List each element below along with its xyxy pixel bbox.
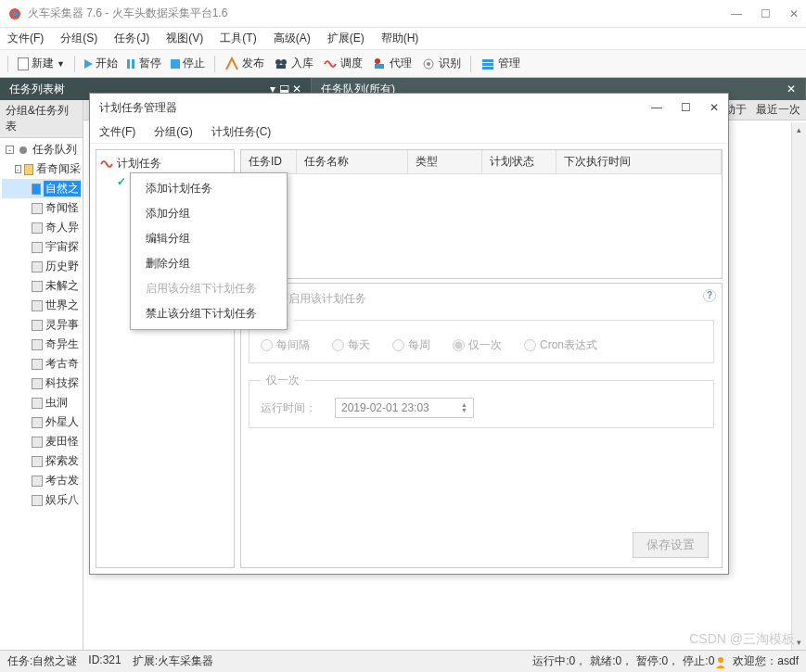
ctx-add-group[interactable]: 添加分组: [131, 201, 287, 226]
tree-item[interactable]: 考古发: [2, 471, 81, 490]
tb-start[interactable]: 开始: [81, 54, 122, 73]
menu-group[interactable]: 分组(S): [60, 31, 97, 46]
radio-weekly[interactable]: 每周: [392, 337, 430, 353]
file-icon: [32, 359, 43, 370]
grid-col-type[interactable]: 类型: [408, 150, 482, 173]
spinner-icon[interactable]: ▲▼: [461, 402, 467, 413]
status-paused: 暂停:0，: [636, 653, 679, 669]
tb-schedule[interactable]: 调度: [319, 54, 366, 73]
tree-root[interactable]: -任务队列: [2, 140, 81, 159]
tree-item[interactable]: 历史野: [2, 257, 81, 276]
radio-interval[interactable]: 每间隔: [261, 337, 310, 353]
ctx-edit-group[interactable]: 编辑分组: [131, 226, 287, 251]
tree-item[interactable]: 未解之: [2, 276, 81, 296]
grid-col-status[interactable]: 计划状态: [482, 150, 557, 173]
tree-item[interactable]: 奇人异: [2, 218, 81, 237]
save-button[interactable]: 保存设置: [633, 532, 709, 558]
tree-item[interactable]: 科技探: [2, 374, 81, 393]
menu-extend[interactable]: 扩展(E): [327, 31, 365, 46]
once-fieldset: 仅一次 运行时间： 2019-02-01 23:03 ▲▼: [249, 373, 714, 428]
tree-item[interactable]: 宇宙探: [2, 237, 81, 257]
tree-item[interactable]: 考古奇: [2, 354, 81, 374]
file-icon: [32, 242, 43, 253]
ctx-add-task[interactable]: 添加计划任务: [131, 176, 287, 201]
tb-proxy[interactable]: 代理: [368, 54, 416, 73]
tree-item[interactable]: 麦田怪: [2, 432, 81, 451]
manage-icon: [480, 57, 495, 71]
scroll-up-icon[interactable]: ▴: [792, 122, 806, 137]
svg-point-13: [718, 657, 723, 663]
svg-point-5: [375, 58, 380, 64]
svg-point-1: [12, 11, 18, 17]
task-tree: -任务队列 -看奇闻采 自然之 奇闻怪 奇人异 宇宙探 历史野 未解之 世界之 …: [0, 138, 83, 512]
user-icon: [714, 655, 727, 668]
vertical-scrollbar[interactable]: ▴ ▾: [791, 122, 806, 650]
dlg-tree-root[interactable]: 计划任务: [100, 154, 230, 173]
tree-item[interactable]: 奇异生: [2, 335, 81, 354]
sidebar-header: 分组&任务列表: [0, 100, 83, 138]
tb-pause[interactable]: 暂停: [123, 54, 165, 73]
stop-icon: [171, 59, 180, 69]
tree-item[interactable]: 世界之: [2, 296, 81, 315]
radio-daily[interactable]: 每天: [332, 337, 370, 353]
svg-point-8: [427, 62, 430, 66]
menu-advanced[interactable]: 高级(A): [274, 31, 311, 46]
tree-item[interactable]: 外星人: [2, 412, 81, 432]
menu-help[interactable]: 帮助(H): [381, 31, 419, 46]
tree-item[interactable]: 娱乐八: [2, 490, 81, 510]
folder-icon: [24, 164, 33, 175]
file-icon: [32, 398, 43, 409]
main-titlebar: 火车采集器 7.6 - 火车头数据采集平台1.6 — ☐ ✕: [0, 0, 806, 28]
file-icon: [32, 339, 43, 350]
runtime-input[interactable]: 2019-02-01 23:03 ▲▼: [335, 398, 474, 418]
tree-item[interactable]: 虫洞: [2, 393, 81, 412]
tb-stop[interactable]: 停止: [167, 54, 209, 73]
pause-icon: [127, 59, 136, 69]
tree-folder[interactable]: -看奇闻采: [2, 159, 81, 179]
tb-publish[interactable]: 发布: [221, 54, 268, 73]
file-icon: [32, 281, 43, 292]
menu-view[interactable]: 视图(V): [166, 31, 203, 46]
tree-item[interactable]: 奇闻怪: [2, 198, 81, 218]
minimize-button[interactable]: —: [731, 7, 742, 20]
menu-tool[interactable]: 工具(T): [220, 31, 256, 46]
close-button[interactable]: ✕: [789, 7, 799, 20]
dlg-menu-group[interactable]: 分组(G): [154, 124, 192, 140]
ctx-enable-group: 启用该分组下计划任务: [131, 276, 287, 301]
radio-cron[interactable]: Cron表达式: [524, 337, 597, 353]
grid-col-name[interactable]: 任务名称: [297, 150, 408, 173]
gear-icon: [17, 145, 30, 156]
status-ready: 就绪:0，: [590, 653, 633, 669]
dialog-minimize-button[interactable]: —: [651, 101, 662, 114]
dlg-menu-file[interactable]: 文件(F): [99, 124, 135, 140]
tab-close-icon[interactable]: ✕: [787, 82, 796, 95]
file-icon: [32, 320, 43, 331]
status-running: 运行中:0，: [532, 653, 586, 669]
file-icon: [32, 378, 43, 389]
help-icon[interactable]: ?: [703, 289, 716, 302]
file-icon: [32, 184, 41, 195]
radio-once[interactable]: 仅一次: [453, 337, 502, 353]
maximize-button[interactable]: ☐: [761, 7, 771, 20]
tree-item[interactable]: 自然之: [2, 179, 81, 198]
svg-rect-11: [482, 67, 493, 70]
tb-manage[interactable]: 管理: [477, 54, 524, 73]
schedule-task-dialog: 计划任务管理器 — ☐ ✕ 文件(F) 分组(G) 计划任务(C) 计划任务 ✓…: [89, 93, 729, 575]
new-icon: [18, 57, 29, 70]
dialog-maximize-button[interactable]: ☐: [681, 101, 691, 114]
dlg-menu-task[interactable]: 计划任务(C): [211, 124, 272, 140]
tb-new[interactable]: 新建▼: [14, 54, 69, 73]
tb-recognize[interactable]: 识别: [417, 54, 465, 73]
play-icon: [84, 59, 93, 69]
tb-import[interactable]: 入库: [270, 54, 317, 73]
tree-item[interactable]: 灵异事: [2, 315, 81, 335]
tree-item[interactable]: 探索发: [2, 451, 81, 471]
menu-task[interactable]: 任务(J): [114, 31, 149, 46]
ctx-disable-group[interactable]: 禁止该分组下计划任务: [131, 301, 287, 326]
grid-col-id[interactable]: 任务ID: [241, 150, 297, 173]
ctx-delete-group[interactable]: 删除分组: [131, 251, 287, 276]
import-icon: [274, 57, 288, 71]
dialog-close-button[interactable]: ✕: [710, 101, 719, 114]
grid-col-next[interactable]: 下次执行时间: [557, 150, 722, 173]
menu-file[interactable]: 文件(F): [7, 31, 44, 46]
